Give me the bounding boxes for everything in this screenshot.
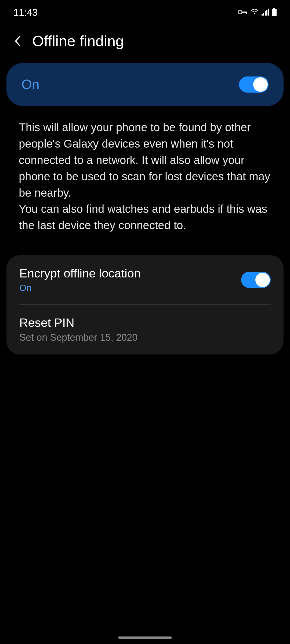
encrypt-toggle-switch[interactable] bbox=[241, 272, 271, 288]
main-toggle-label: On bbox=[21, 77, 39, 92]
reset-pin-text: Reset PIN Set on September 15, 2020 bbox=[19, 316, 137, 343]
settings-group: Encrypt offline location On Reset PIN Se… bbox=[6, 255, 284, 354]
svg-rect-3 bbox=[262, 14, 263, 16]
signal-icon bbox=[262, 9, 269, 17]
encrypt-status: On bbox=[19, 283, 141, 293]
svg-rect-8 bbox=[273, 8, 275, 9]
main-toggle-card[interactable]: On bbox=[6, 63, 284, 106]
svg-point-0 bbox=[238, 10, 242, 14]
encrypt-title: Encrypt offline location bbox=[19, 266, 141, 280]
svg-rect-4 bbox=[263, 13, 264, 16]
navigation-handle[interactable] bbox=[118, 636, 172, 639]
main-toggle-switch[interactable] bbox=[239, 76, 269, 93]
reset-pin-row[interactable]: Reset PIN Set on September 15, 2020 bbox=[6, 305, 284, 354]
svg-rect-7 bbox=[268, 9, 269, 16]
status-bar: 11:43 bbox=[0, 0, 290, 21]
header: Offline finding bbox=[0, 21, 290, 63]
svg-rect-5 bbox=[265, 11, 266, 16]
wifi-icon bbox=[250, 9, 259, 17]
feature-description: This will allow your phone to be found b… bbox=[0, 106, 290, 250]
reset-pin-title: Reset PIN bbox=[19, 316, 137, 330]
encrypt-offline-location-row[interactable]: Encrypt offline location On bbox=[6, 255, 284, 304]
reset-pin-subtitle: Set on September 15, 2020 bbox=[19, 332, 137, 343]
vpn-key-icon bbox=[238, 9, 248, 16]
status-time: 11:43 bbox=[13, 7, 38, 18]
battery-icon bbox=[272, 8, 277, 17]
svg-rect-9 bbox=[272, 9, 277, 16]
chevron-left-icon bbox=[14, 35, 21, 47]
status-icons bbox=[238, 8, 277, 17]
back-button[interactable] bbox=[11, 34, 24, 48]
encrypt-text: Encrypt offline location On bbox=[19, 266, 141, 293]
page-title: Offline finding bbox=[32, 32, 124, 50]
svg-rect-6 bbox=[266, 10, 267, 16]
svg-rect-2 bbox=[246, 12, 247, 14]
